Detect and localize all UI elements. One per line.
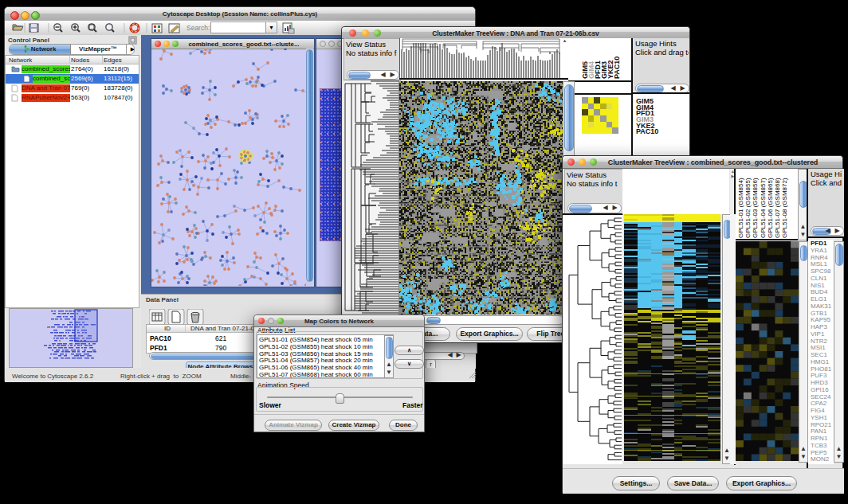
svg-text:PAC10: PAC10 bbox=[613, 57, 621, 79]
svg-text:GPL51-03 (GSM856): GPL51-03 (GSM856) bbox=[752, 178, 759, 238]
svg-text:GPL51-02 (GSM855): GPL51-02 (GSM855) bbox=[744, 178, 752, 238]
svg-text:GPL51-07 (GSM868): GPL51-07 (GSM868) bbox=[774, 178, 781, 238]
svg-text:GPL51-01 (GSM854): GPL51-01 (GSM854) bbox=[737, 178, 744, 238]
svg-text:GPL51-06 (GSM865): GPL51-06 (GSM865) bbox=[767, 178, 774, 238]
svg-text:GPL51-04 (GSM857): GPL51-04 (GSM857) bbox=[760, 178, 767, 238]
svg-text:GPL51-08 (GSM872): GPL51-08 (GSM872) bbox=[781, 178, 788, 238]
